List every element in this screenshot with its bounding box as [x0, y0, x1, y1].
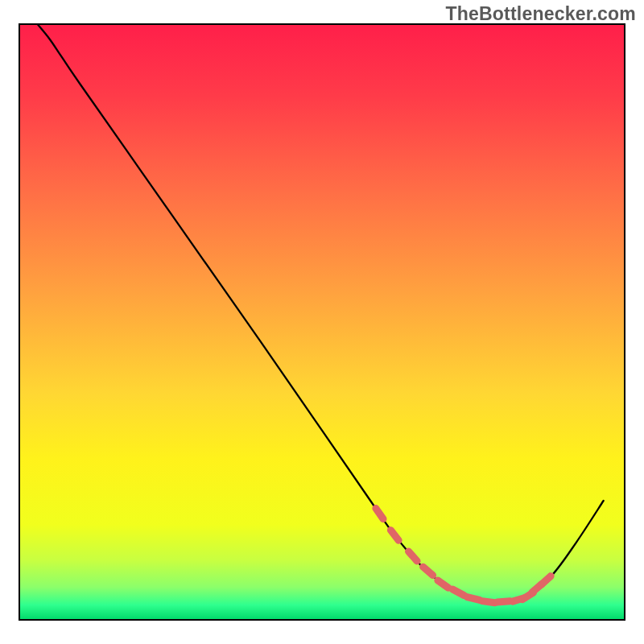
optimal-marker [497, 601, 510, 602]
bottleneck-curve-chart [0, 0, 644, 644]
optimal-marker [467, 597, 480, 601]
chart-frame: TheBottlenecker.com [0, 0, 644, 644]
watermark-label: TheBottlenecker.com [446, 3, 636, 25]
gradient-background [19, 24, 625, 620]
optimal-marker [482, 601, 495, 603]
